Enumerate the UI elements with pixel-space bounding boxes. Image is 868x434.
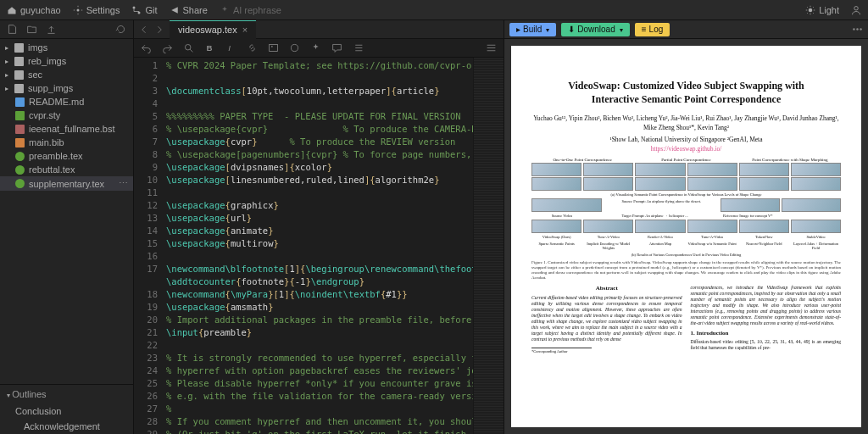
new-file-icon[interactable] bbox=[7, 24, 18, 35]
file-tree-item[interactable]: cvpr.sty bbox=[0, 108, 133, 122]
settings-button[interactable]: Settings bbox=[73, 5, 120, 15]
file-name: ieeenat_fullname.bst bbox=[29, 124, 115, 134]
editor-toolbar: B I bbox=[134, 39, 504, 58]
code-editor[interactable]: 1234567891011121314151617181920212223242… bbox=[134, 58, 504, 434]
file-tree-item[interactable]: README.md bbox=[0, 95, 133, 108]
paper-affiliations: ¹Show Lab, National University of Singap… bbox=[531, 136, 841, 143]
account-icon[interactable] bbox=[851, 5, 861, 15]
paper-title: VideoSwap: Customized Video Subject Swap… bbox=[531, 80, 841, 106]
upload-icon[interactable] bbox=[46, 24, 57, 35]
file-name: reb_imgs bbox=[28, 56, 66, 66]
undo-icon[interactable] bbox=[141, 42, 152, 53]
file-tree-item[interactable]: imgs bbox=[0, 41, 133, 54]
file-tree-item[interactable]: supplementary.tex⋯ bbox=[0, 176, 133, 191]
file-tree-item[interactable]: ieeenat_fullname.bst bbox=[0, 122, 133, 136]
home-button[interactable]: guyuchao bbox=[7, 5, 61, 15]
file-icon bbox=[15, 97, 25, 107]
theme-toggle[interactable]: Light bbox=[805, 5, 839, 15]
ai-rephrase-button[interactable]: AI rephrase bbox=[220, 5, 281, 15]
svg-point-11 bbox=[853, 28, 854, 30]
file-name: rebuttal.tex bbox=[29, 164, 75, 175]
file-icon bbox=[15, 111, 25, 120]
file-icon bbox=[15, 165, 25, 175]
file-menu-icon[interactable]: ⋯ bbox=[119, 178, 128, 189]
outline-panel: Outlines Conclusion Acknowledgement bbox=[0, 384, 133, 434]
comment-icon[interactable] bbox=[331, 42, 342, 53]
svg-point-3 bbox=[809, 8, 813, 12]
file-name: imgs bbox=[28, 42, 47, 53]
new-folder-icon[interactable] bbox=[26, 24, 37, 35]
share-button[interactable]: Share bbox=[170, 5, 208, 15]
bold-icon[interactable]: B bbox=[204, 42, 215, 53]
file-tree-item[interactable]: supp_imgs bbox=[0, 81, 133, 95]
italic-icon[interactable]: I bbox=[225, 42, 236, 53]
minimap[interactable] bbox=[473, 58, 504, 434]
folder-icon bbox=[14, 84, 24, 93]
figure-caption: Figure 1. Customized video subject swapp… bbox=[531, 260, 841, 281]
image-icon[interactable] bbox=[268, 42, 279, 53]
redo-icon[interactable] bbox=[162, 42, 173, 53]
file-name: main.bib bbox=[29, 137, 64, 147]
file-name: preamble.tex bbox=[29, 151, 83, 161]
pdf-page[interactable]: VideoSwap: Customized Video Subject Swap… bbox=[511, 46, 861, 427]
file-tree-item[interactable]: reb_imgs bbox=[0, 54, 133, 68]
file-icon bbox=[15, 179, 25, 188]
file-name: cvpr.sty bbox=[29, 110, 60, 120]
close-tab-icon[interactable]: × bbox=[242, 25, 248, 35]
figure-1: One-to-One Point CorrespondencePartial P… bbox=[531, 158, 841, 281]
file-name: supplementary.tex bbox=[29, 179, 104, 189]
folder-icon bbox=[14, 43, 24, 53]
svg-point-12 bbox=[856, 28, 858, 30]
svg-point-9 bbox=[271, 46, 273, 47]
file-sidebar: imgsreb_imgssecsupp_imgsREADME.mdcvpr.st… bbox=[0, 20, 134, 434]
file-tree-item[interactable]: preamble.tex bbox=[0, 149, 133, 163]
preview-toolbar: ▸ Build ⬇ Download ≡ Log bbox=[504, 20, 868, 39]
editor-pane: videoswap.tex × B I 12345678910111213141… bbox=[134, 20, 504, 434]
outline-item[interactable]: Conclusion bbox=[0, 403, 133, 419]
editor-tab[interactable]: videoswap.tex × bbox=[170, 20, 256, 39]
refresh-icon[interactable] bbox=[115, 24, 126, 35]
svg-point-4 bbox=[854, 6, 859, 10]
outline-header[interactable]: Outlines bbox=[0, 385, 133, 403]
svg-text:I: I bbox=[228, 43, 231, 53]
file-tree-item[interactable]: main.bib bbox=[0, 136, 133, 149]
paper-authors: Yuchao Gu¹², Yipin Zhou², Bichen Wu², Li… bbox=[531, 114, 841, 132]
top-bar: guyuchao Settings Git Share AI rephrase … bbox=[0, 0, 868, 20]
file-tree-item[interactable]: rebuttal.tex bbox=[0, 163, 133, 176]
paper-url: https://videoswap.github.io/ bbox=[531, 145, 841, 153]
svg-rect-8 bbox=[270, 44, 278, 51]
nav-forward-icon[interactable] bbox=[154, 25, 164, 35]
log-button[interactable]: ≡ Log bbox=[635, 23, 670, 36]
outline-item[interactable]: Acknowledgement bbox=[0, 419, 133, 434]
sparkle-icon[interactable] bbox=[310, 42, 321, 53]
svg-text:B: B bbox=[206, 43, 212, 53]
svg-point-13 bbox=[860, 28, 861, 30]
pdf-preview-pane: ▸ Build ⬇ Download ≡ Log VideoSwap: Cust… bbox=[504, 20, 868, 434]
preview-more-icon[interactable] bbox=[852, 24, 863, 35]
file-name: sec bbox=[28, 70, 42, 80]
svg-point-0 bbox=[76, 8, 79, 11]
svg-point-10 bbox=[291, 44, 298, 51]
file-tree: imgsreb_imgssecsupp_imgsREADME.mdcvpr.st… bbox=[0, 39, 133, 384]
color-icon[interactable] bbox=[289, 42, 300, 53]
list-icon[interactable] bbox=[353, 42, 364, 53]
svg-point-5 bbox=[185, 44, 191, 50]
more-icon[interactable] bbox=[486, 42, 497, 53]
tab-label: videoswap.tex bbox=[178, 25, 237, 35]
paper-body: Abstract Current diffusion-based video e… bbox=[531, 285, 841, 353]
svg-point-1 bbox=[133, 6, 136, 8]
file-icon bbox=[15, 152, 25, 161]
build-button[interactable]: ▸ Build bbox=[509, 23, 556, 36]
tab-bar: videoswap.tex × bbox=[134, 20, 504, 39]
file-icon bbox=[15, 125, 25, 134]
folder-icon bbox=[14, 57, 24, 66]
folder-icon bbox=[14, 70, 24, 80]
nav-back-icon[interactable] bbox=[139, 25, 149, 35]
link-icon[interactable] bbox=[247, 42, 258, 53]
search-icon[interactable] bbox=[183, 42, 194, 53]
file-icon bbox=[15, 138, 25, 147]
sidebar-toolbar bbox=[0, 20, 133, 39]
file-tree-item[interactable]: sec bbox=[0, 68, 133, 81]
git-button[interactable]: Git bbox=[131, 5, 157, 15]
download-button[interactable]: ⬇ Download bbox=[561, 23, 629, 36]
